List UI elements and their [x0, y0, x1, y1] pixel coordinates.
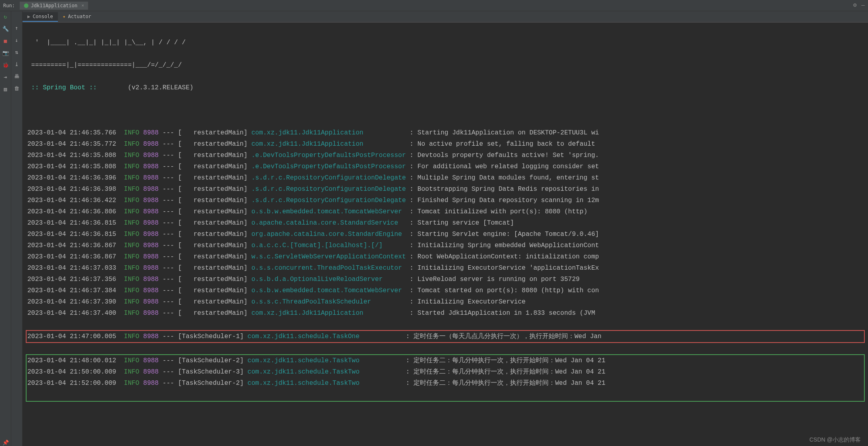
console-toolbar: ↑ ↓ ⇅ ⤓ 🖶 🗑 [11, 11, 23, 446]
log-line: 2023-01-04 21:46:36.396 INFO 8988 --- [ … [27, 172, 863, 184]
log-line: 2023-01-04 21:46:36.398 INFO 8988 --- [ … [27, 184, 863, 195]
trash-icon[interactable]: 🗑 [14, 85, 20, 92]
pin-icon[interactable]: 📌 [2, 440, 9, 446]
tool-icon[interactable]: 🔧 [2, 26, 9, 32]
blank-line [27, 105, 863, 116]
ascii-line: ' |____| .__|_| |_|_| |_\__, | / / / / [27, 37, 863, 48]
log-line: 2023-01-04 21:46:36.806 INFO 8988 --- [ … [27, 206, 863, 217]
tab-console-label: Console [33, 14, 53, 19]
log-line: 2023-01-04 21:46:35.766 INFO 8988 --- [ … [27, 127, 863, 138]
tab-actuator[interactable]: ✦ Actuator [58, 12, 96, 22]
exit-icon[interactable]: ⇥ [2, 74, 9, 81]
stop-icon[interactable]: ■ [2, 38, 9, 44]
sub-tab-bar: ▶ Console ✦ Actuator [23, 11, 868, 23]
highlight-red: 2023-01-04 21:47:00.005 INFO 8988 --- [T… [26, 330, 865, 343]
minimize-icon[interactable]: — [862, 2, 865, 8]
wrap-icon[interactable]: ⇅ [14, 49, 20, 56]
run-config-name: Jdk11Application [31, 3, 78, 8]
log-line: 2023-01-04 21:46:37.384 INFO 8988 --- [ … [27, 285, 863, 296]
actuator-icon: ✦ [63, 14, 66, 19]
log-line: 2023-01-04 21:46:37.390 INFO 8988 --- [ … [27, 296, 863, 308]
log-line: 2023-01-04 21:46:35.808 INFO 8988 --- [ … [27, 150, 863, 161]
rerun-icon[interactable]: ↻ [2, 14, 9, 20]
tab-actuator-label: Actuator [68, 14, 91, 19]
camera-icon[interactable]: 📷 [2, 50, 9, 56]
ascii-line: =========|_|==============|___/=/_/_/_/ [27, 60, 863, 71]
highlight-green: 2023-01-04 21:48:00.012 INFO 8988 --- [T… [26, 354, 865, 402]
console-output[interactable]: ' |____| .__|_| |_|_| |_\__, | / / / / =… [23, 23, 868, 446]
log-line: 2023-01-04 21:50:00.009 INFO 8988 --- [T… [27, 366, 863, 378]
log-line: 2023-01-04 21:46:37.033 INFO 8988 --- [ … [27, 262, 863, 274]
log-line: 2023-01-04 21:46:35.808 INFO 8988 --- [ … [27, 161, 863, 172]
log-line: 2023-01-04 21:48:00.012 INFO 8988 --- [T… [27, 355, 863, 366]
left-toolbar: ↻ 🔧 ■ 📷 🐞 ⇥ ▤ 📌 [0, 11, 11, 446]
up-icon[interactable]: ↑ [14, 25, 20, 31]
tab-console[interactable]: ▶ Console [23, 12, 58, 22]
run-config-tab[interactable]: ⬤ Jdk11Application × [20, 2, 88, 10]
log-line: 2023-01-04 21:46:36.815 INFO 8988 --- [ … [27, 217, 863, 229]
layout-icon[interactable]: ▤ [2, 86, 9, 93]
watermark: CSDN @小志的博客 [809, 436, 861, 444]
boot-label: :: Spring Boot :: [31, 84, 97, 91]
close-icon[interactable]: × [82, 3, 84, 8]
boot-line: :: Spring Boot :: (v2.3.12.RELEASE) [27, 82, 863, 93]
print-icon[interactable]: 🖶 [14, 73, 20, 80]
log-line: 2023-01-04 21:46:37.356 INFO 8988 --- [ … [27, 274, 863, 285]
gear-icon[interactable]: ⚙ [853, 2, 856, 8]
log-line: 2023-01-04 21:46:35.772 INFO 8988 --- [ … [27, 138, 863, 150]
run-label: Run: [3, 3, 15, 8]
log-line: 2023-01-04 21:46:36.422 INFO 8988 --- [ … [27, 195, 863, 206]
terminal-icon: ▶ [27, 14, 30, 19]
down-icon[interactable]: ↓ [14, 37, 20, 43]
log-line: 2023-01-04 21:46:36.867 INFO 8988 --- [ … [27, 240, 863, 251]
log-line: 2023-01-04 21:46:37.400 INFO 8988 --- [ … [27, 308, 863, 319]
scroll-icon[interactable]: ⤓ [14, 61, 20, 68]
run-header: Run: ⬤ Jdk11Application × ⚙ — [0, 0, 868, 11]
log-line: 2023-01-04 21:52:00.009 INFO 8988 --- [T… [27, 378, 863, 389]
boot-version: (v2.3.12.RELEASE) [128, 84, 193, 91]
spring-icon: ⬤ [24, 3, 29, 8]
log-line: 2023-01-04 21:46:36.867 INFO 8988 --- [ … [27, 251, 863, 262]
bug-icon[interactable]: 🐞 [2, 62, 9, 68]
log-line: 2023-01-04 21:46:36.815 INFO 8988 --- [ … [27, 229, 863, 240]
